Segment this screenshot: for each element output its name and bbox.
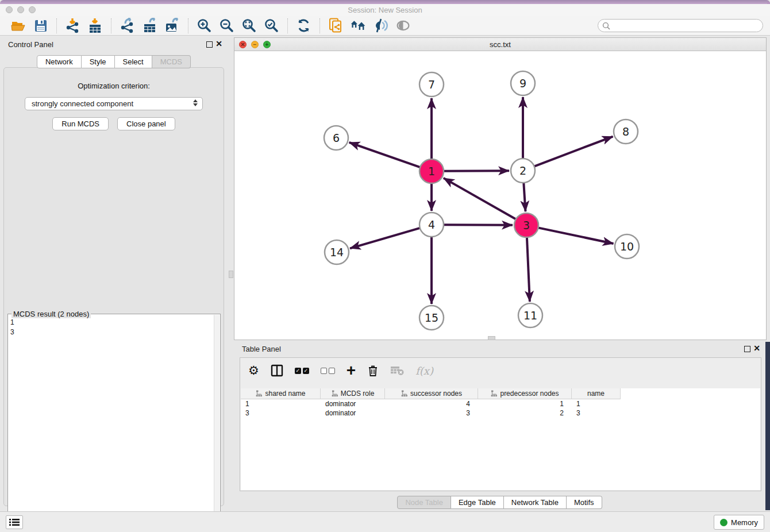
- mcds-panel: Optimization criterion: strongly connect…: [3, 67, 224, 506]
- close-panel-icon[interactable]: ✕: [215, 40, 222, 48]
- table-cell[interactable]: 3: [385, 408, 478, 418]
- edge-4-14[interactable]: [350, 228, 420, 248]
- table-cell[interactable]: 3: [241, 408, 321, 418]
- show-hide-icon[interactable]: [395, 18, 411, 33]
- edge-3-11[interactable]: [527, 237, 530, 302]
- edge-2-8[interactable]: [534, 137, 613, 167]
- control-panel-title: Control Panel: [8, 40, 53, 49]
- table-panel: Table Panel ✕ ⚙ ✓✓ + f(x) shared nameMCD…: [234, 342, 765, 511]
- column-layout-icon[interactable]: [271, 363, 283, 378]
- table-cell[interactable]: dominator: [321, 408, 385, 418]
- table-row[interactable]: 3dominator323: [241, 408, 760, 418]
- tab-style[interactable]: Style: [82, 55, 115, 68]
- tab-edge-table[interactable]: Edge Table: [451, 496, 504, 509]
- splitter-handle[interactable]: [229, 271, 233, 278]
- node-table-container: ⚙ ✓✓ + f(x) shared nameMCDS rolesuccesso…: [240, 357, 761, 491]
- gear-icon[interactable]: ⚙: [248, 363, 259, 378]
- tab-network[interactable]: Network: [37, 55, 82, 68]
- export-table-icon[interactable]: [142, 18, 157, 33]
- select-all-icon[interactable]: ✓✓: [295, 363, 309, 378]
- open-file-icon[interactable]: [10, 18, 26, 33]
- mcds-result-title: MCDS result (2 nodes): [11, 310, 91, 318]
- column-tree-icon: [255, 390, 262, 397]
- table-cell[interactable]: 1: [241, 399, 321, 408]
- table-cell[interactable]: 2: [478, 408, 572, 418]
- run-mcds-button[interactable]: Run MCDS: [52, 117, 109, 130]
- refresh-icon[interactable]: [296, 18, 311, 33]
- tab-node-table[interactable]: Node Table: [397, 496, 451, 509]
- network-canvas-svg: 7968124314101511: [234, 51, 766, 340]
- tab-network-table[interactable]: Network Table: [504, 496, 567, 509]
- column-header-successor-nodes[interactable]: successor nodes: [385, 388, 478, 399]
- tab-mcds[interactable]: MCDS: [152, 55, 191, 68]
- table-panel-title: Table Panel: [242, 345, 281, 353]
- network-window-titlebar[interactable]: ✕ − + scc.txt: [234, 38, 766, 51]
- table-cell[interactable]: 1: [478, 399, 572, 408]
- node-table[interactable]: shared nameMCDS rolesuccessor nodesprede…: [241, 388, 760, 490]
- toolbar-search[interactable]: [598, 19, 763, 32]
- column-tree-icon: [401, 390, 407, 397]
- mcds-result-group: MCDS result (2 nodes) 1 3: [7, 314, 221, 531]
- tab-select[interactable]: Select: [115, 55, 152, 68]
- main-toolbar: [0, 16, 770, 36]
- zoom-in-icon[interactable]: [197, 18, 212, 33]
- edge-1-6[interactable]: [349, 142, 421, 167]
- table-cell[interactable]: 3: [572, 408, 621, 418]
- save-session-icon[interactable]: [33, 18, 48, 33]
- column-header-predecessor-nodes[interactable]: predecessor nodes: [478, 388, 572, 399]
- column-header-shared-name[interactable]: shared name: [241, 388, 321, 399]
- close-panel-button[interactable]: Close panel: [117, 117, 175, 130]
- delete-column-icon[interactable]: [367, 363, 379, 378]
- result-scrollbar[interactable]: [214, 315, 220, 530]
- export-image-icon[interactable]: [164, 18, 180, 33]
- zoom-fit-icon[interactable]: [241, 18, 257, 33]
- zoom-selected-icon[interactable]: [264, 18, 279, 33]
- import-table-icon[interactable]: [87, 18, 103, 33]
- hide-neighbors-icon[interactable]: [373, 18, 388, 33]
- splitter-handle[interactable]: [488, 336, 495, 340]
- window-title: Session: New Session: [0, 6, 770, 14]
- edge-3-1[interactable]: [444, 178, 516, 219]
- table-cell[interactable]: 1: [572, 399, 621, 408]
- export-network-icon[interactable]: [120, 18, 135, 33]
- delete-table-icon: [390, 363, 404, 378]
- tab-motifs[interactable]: Motifs: [567, 496, 602, 509]
- home-icon[interactable]: [351, 18, 366, 33]
- toolbar-separator: [56, 18, 57, 33]
- node-label-6: 6: [333, 132, 340, 144]
- deselect-all-icon[interactable]: [321, 363, 335, 378]
- column-header-label: successor nodes: [410, 390, 462, 398]
- column-header-label: MCDS role: [341, 390, 375, 398]
- memory-label: Memory: [731, 518, 758, 527]
- table-cell[interactable]: 4: [385, 399, 478, 408]
- node-label-15: 15: [425, 311, 438, 324]
- network-canvas[interactable]: 7968124314101511: [234, 51, 766, 340]
- edge-4-3[interactable]: [444, 225, 513, 225]
- memory-button[interactable]: Memory: [714, 515, 764, 530]
- toolbar-separator: [319, 18, 320, 33]
- control-panel-tabs: Network Style Select MCDS: [0, 55, 228, 68]
- duplicate-network-icon[interactable]: [328, 18, 344, 33]
- node-label-4: 4: [428, 218, 435, 231]
- float-panel-icon[interactable]: [744, 346, 750, 352]
- node-label-3: 3: [523, 219, 530, 232]
- task-history-button[interactable]: [6, 515, 23, 529]
- criterion-select[interactable]: strongly connected component: [25, 97, 203, 110]
- import-network-icon[interactable]: [65, 18, 80, 33]
- column-header-MCDS-role[interactable]: MCDS role: [321, 388, 385, 399]
- close-panel-icon[interactable]: ✕: [753, 344, 760, 352]
- column-tree-icon: [331, 390, 338, 397]
- add-column-icon[interactable]: +: [346, 363, 356, 378]
- edge-2-3[interactable]: [523, 183, 525, 211]
- toolbar-separator: [287, 18, 288, 33]
- zoom-out-icon[interactable]: [219, 18, 234, 33]
- table-row[interactable]: 1dominator411: [241, 399, 760, 408]
- edge-1-2[interactable]: [444, 171, 509, 171]
- node-label-14: 14: [330, 246, 344, 259]
- table-cell[interactable]: dominator: [321, 399, 385, 408]
- search-input[interactable]: [610, 22, 763, 30]
- list-menu-icon: [9, 518, 20, 526]
- column-header-name[interactable]: name: [572, 388, 621, 399]
- edge-3-10[interactable]: [538, 228, 614, 244]
- float-panel-icon[interactable]: [206, 41, 213, 48]
